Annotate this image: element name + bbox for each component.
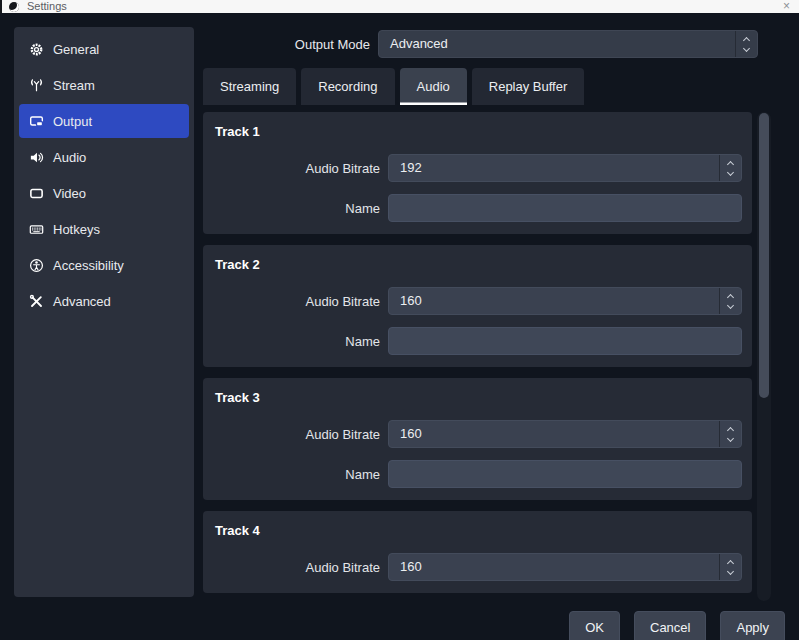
- tools-icon: [29, 294, 44, 309]
- spinner-arrows-icon[interactable]: [719, 288, 741, 314]
- bitrate-value: 160: [389, 554, 741, 580]
- spinner-arrows-icon[interactable]: [719, 554, 741, 580]
- vertical-scrollbar[interactable]: [757, 112, 771, 601]
- spinner-arrows-icon[interactable]: [735, 31, 757, 57]
- track-1-group: Track 1 Audio Bitrate 192 Name: [203, 112, 752, 234]
- track-2-name-input[interactable]: [388, 327, 742, 355]
- track-title: Track 2: [215, 257, 742, 273]
- output-icon: [29, 114, 44, 129]
- sidebar-item-label: Audio: [53, 150, 86, 165]
- name-label: Name: [213, 201, 380, 216]
- name-label: Name: [213, 334, 380, 349]
- sidebar-item-label: General: [53, 42, 99, 57]
- sidebar-item-audio[interactable]: Audio: [19, 140, 189, 174]
- sidebar-item-label: Video: [53, 186, 86, 201]
- sidebar-item-advanced[interactable]: Advanced: [19, 284, 189, 318]
- title-bar: Settings ×: [0, 0, 799, 13]
- audio-bitrate-label: Audio Bitrate: [213, 560, 380, 575]
- settings-dialog: Settings × General Stream: [0, 0, 799, 640]
- close-icon[interactable]: ×: [783, 0, 790, 13]
- track-4-bitrate-select[interactable]: 160: [388, 553, 742, 581]
- track-title: Track 3: [215, 390, 742, 406]
- track-2-group: Track 2 Audio Bitrate 160 Name: [203, 245, 752, 367]
- output-mode-label: Output Mode: [203, 37, 370, 52]
- speaker-icon: [29, 150, 44, 165]
- track-3-group: Track 3 Audio Bitrate 160 Name: [203, 378, 752, 500]
- sidebar-item-label: Advanced: [53, 294, 111, 309]
- tab-audio[interactable]: Audio: [400, 68, 467, 105]
- apply-button[interactable]: Apply: [720, 611, 785, 640]
- ok-button[interactable]: OK: [569, 611, 620, 640]
- cancel-button[interactable]: Cancel: [634, 611, 706, 640]
- track-1-name-input[interactable]: [388, 194, 742, 222]
- track-title: Track 1: [215, 124, 742, 140]
- audio-tracks-panel: Track 1 Audio Bitrate 192 Name Track 2 A…: [203, 112, 752, 601]
- sidebar-item-general[interactable]: General: [19, 32, 189, 66]
- sidebar-item-hotkeys[interactable]: Hotkeys: [19, 212, 189, 246]
- accessibility-icon: [29, 258, 44, 273]
- track-3-bitrate-select[interactable]: 160: [388, 420, 742, 448]
- tab-recording[interactable]: Recording: [301, 68, 394, 105]
- track-title: Track 4: [215, 523, 742, 539]
- sidebar-item-video[interactable]: Video: [19, 176, 189, 210]
- obs-logo-icon: [9, 2, 19, 12]
- spinner-arrows-icon[interactable]: [719, 421, 741, 447]
- sidebar-item-label: Accessibility: [53, 258, 124, 273]
- track-3-name-input[interactable]: [388, 460, 742, 488]
- window-title: Settings: [27, 0, 67, 13]
- bitrate-value: 160: [389, 288, 741, 314]
- sidebar-item-accessibility[interactable]: Accessibility: [19, 248, 189, 282]
- sidebar-item-label: Output: [53, 114, 92, 129]
- output-mode-select[interactable]: Advanced: [378, 30, 758, 58]
- bitrate-value: 160: [389, 421, 741, 447]
- scrollbar-thumb[interactable]: [759, 113, 769, 398]
- track-2-bitrate-select[interactable]: 160: [388, 287, 742, 315]
- sidebar-item-output[interactable]: Output: [19, 104, 189, 138]
- sidebar-item-label: Stream: [53, 78, 95, 93]
- audio-bitrate-label: Audio Bitrate: [213, 161, 380, 176]
- audio-bitrate-label: Audio Bitrate: [213, 294, 380, 309]
- tab-replay-buffer[interactable]: Replay Buffer: [472, 68, 585, 105]
- broadcast-icon: [29, 78, 44, 93]
- keyboard-icon: [29, 222, 44, 237]
- gear-icon: [29, 42, 44, 57]
- sidebar-item-label: Hotkeys: [53, 222, 100, 237]
- name-label: Name: [213, 467, 380, 482]
- output-tab-bar: Streaming Recording Audio Replay Buffer: [203, 68, 584, 105]
- track-4-group: Track 4 Audio Bitrate 160: [203, 511, 752, 593]
- sidebar-item-stream[interactable]: Stream: [19, 68, 189, 102]
- output-mode-row: Output Mode Advanced: [203, 30, 758, 58]
- display-icon: [29, 186, 44, 201]
- settings-sidebar: General Stream Output: [14, 27, 194, 597]
- bitrate-value: 192: [389, 155, 741, 181]
- dialog-footer: OK Cancel Apply: [569, 611, 785, 640]
- output-mode-value: Advanced: [379, 31, 757, 57]
- spinner-arrows-icon[interactable]: [719, 155, 741, 181]
- audio-bitrate-label: Audio Bitrate: [213, 427, 380, 442]
- tab-streaming[interactable]: Streaming: [203, 68, 296, 105]
- track-1-bitrate-select[interactable]: 192: [388, 154, 742, 182]
